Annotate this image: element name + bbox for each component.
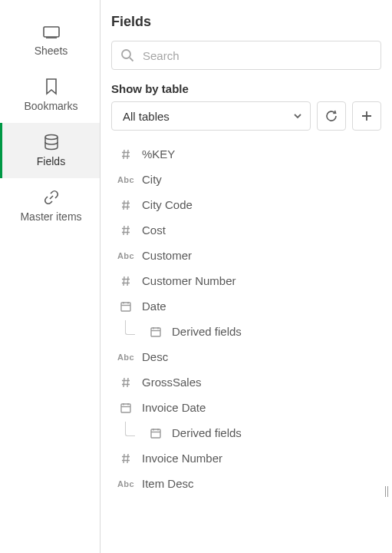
field-row[interactable]: Date: [111, 293, 392, 319]
table-selector-value: All tables: [123, 110, 170, 123]
date-type-icon: [117, 402, 134, 414]
field-name: Invoice Date: [142, 401, 206, 414]
field-name: GrossSales: [142, 376, 202, 389]
date-type-icon: [117, 300, 134, 313]
fields-panel: Fields Show by table All tables: [100, 0, 392, 553]
field-name: Item Desc: [142, 477, 194, 490]
resize-handle[interactable]: [381, 484, 392, 499]
chevron-down-icon: [292, 111, 303, 121]
text-type-icon: Abc: [117, 353, 134, 362]
date-type-icon: [147, 427, 164, 439]
field-row[interactable]: AbcDesc: [111, 344, 392, 369]
search-container: [111, 41, 381, 70]
link-icon: [43, 189, 60, 206]
plus-icon: [361, 110, 373, 122]
text-type-icon: Abc: [117, 479, 134, 488]
sidebar-item-label: Fields: [37, 155, 65, 167]
field-name: City Code: [142, 198, 193, 211]
field-row[interactable]: Invoice Number: [111, 445, 392, 471]
database-icon: [43, 134, 60, 151]
panel-title: Fields: [111, 14, 381, 30]
show-by-table-label: Show by table: [111, 82, 381, 95]
field-name: %KEY: [142, 147, 175, 161]
svg-rect-0: [44, 27, 59, 37]
svg-rect-5: [121, 404, 130, 412]
sidebar-item-bookmarks[interactable]: Bookmarks: [0, 68, 100, 123]
sidebar-item-label: Master items: [20, 210, 81, 223]
number-type-icon: [117, 199, 134, 211]
field-name: Invoice Number: [142, 452, 222, 465]
field-row[interactable]: Derived fields: [111, 420, 392, 445]
field-row[interactable]: AbcCity: [111, 167, 392, 192]
fields-list[interactable]: %KEYAbcCityCity CodeCostAbcCustomerCusto…: [111, 141, 392, 553]
field-row[interactable]: Invoice Date: [111, 395, 392, 420]
field-name: Derived fields: [172, 426, 242, 439]
field-row[interactable]: Customer Number: [111, 268, 392, 293]
number-type-icon: [117, 148, 134, 161]
number-type-icon: [117, 224, 134, 237]
field-row[interactable]: AbcCustomer: [111, 243, 392, 268]
field-row[interactable]: City Code: [111, 192, 392, 217]
refresh-button[interactable]: [317, 101, 346, 131]
number-type-icon: [117, 452, 134, 465]
svg-point-1: [45, 135, 58, 140]
sidebar-item-fields[interactable]: Fields: [0, 123, 100, 178]
field-row[interactable]: Derived fields: [111, 319, 392, 344]
refresh-icon: [324, 109, 338, 123]
text-type-icon: Abc: [117, 175, 134, 184]
field-row[interactable]: GrossSales: [111, 369, 392, 395]
number-type-icon: [117, 275, 134, 287]
search-icon: [120, 48, 134, 62]
table-filter-row: All tables: [111, 101, 381, 131]
sidebar-item-master-items[interactable]: Master items: [0, 178, 100, 233]
date-type-icon: [147, 326, 164, 338]
field-name: Customer Number: [142, 274, 236, 287]
field-name: City: [142, 173, 162, 186]
sidebar-item-sheets[interactable]: Sheets: [0, 12, 100, 68]
add-button[interactable]: [352, 101, 381, 131]
text-type-icon: Abc: [117, 251, 134, 260]
field-name: Cost: [142, 224, 166, 237]
svg-rect-4: [151, 328, 160, 336]
field-name: Customer: [142, 249, 192, 262]
sidebar-item-label: Bookmarks: [24, 100, 77, 112]
number-type-icon: [117, 376, 134, 389]
field-name: Date: [142, 300, 166, 313]
field-row[interactable]: AbcItem Desc: [111, 471, 392, 496]
sheets-icon: [43, 23, 60, 40]
field-row[interactable]: Cost: [111, 217, 392, 243]
field-row[interactable]: %KEY: [111, 141, 392, 167]
table-selector[interactable]: All tables: [111, 101, 311, 131]
svg-point-2: [122, 50, 130, 58]
bookmark-icon: [43, 78, 60, 95]
sidebar-item-label: Sheets: [35, 45, 68, 57]
left-sidebar: Sheets Bookmarks Fields Master item: [0, 0, 100, 553]
field-name: Derived fields: [172, 325, 242, 338]
svg-rect-3: [121, 303, 130, 311]
svg-rect-6: [151, 429, 160, 438]
field-name: Desc: [142, 350, 168, 363]
search-input[interactable]: [111, 41, 381, 70]
